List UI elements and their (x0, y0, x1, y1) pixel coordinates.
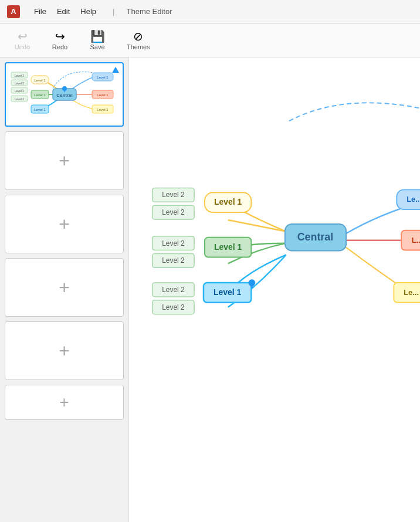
app-icon-label: A (11, 7, 16, 16)
selected-indicator (112, 67, 119, 73)
svg-text:Level 1: Level 1 (34, 79, 46, 82)
edit-menu[interactable]: Edit (52, 5, 74, 18)
save-button[interactable]: 💾 Save (84, 28, 110, 53)
svg-text:Level 2: Level 2 (162, 191, 185, 199)
svg-text:Level 2: Level 2 (162, 208, 185, 216)
add-theme-button-2[interactable]: + (5, 195, 124, 253)
svg-text:Level 1: Level 1 (214, 197, 242, 206)
save-label: Save (90, 43, 104, 50)
add-theme-button-5[interactable]: + (5, 385, 124, 420)
app-icon: A (7, 5, 20, 18)
left-panel: Central Level 1 Level 1 Level 1 Level 2 … (0, 57, 129, 522)
title-bar: A File Edit Help | Theme Editor (0, 0, 420, 23)
svg-text:Level 2: Level 2 (14, 82, 23, 85)
mini-mindmap: Central Level 1 Level 1 Level 1 Level 2 … (9, 65, 120, 124)
svg-text:Level 2: Level 2 (162, 286, 185, 294)
redo-icon: ↪ (55, 30, 65, 42)
theme-thumbnail-1[interactable]: Central Level 1 Level 1 Level 1 Level 2 … (5, 62, 124, 127)
save-icon: 💾 (90, 30, 105, 42)
menu-bar: File Edit Help (29, 5, 101, 18)
undo-label: Undo (15, 43, 30, 50)
svg-text:Level 1: Level 1 (97, 76, 109, 79)
svg-text:Central: Central (56, 93, 73, 98)
svg-text:Level 2: Level 2 (162, 239, 185, 248)
add-theme-button-3[interactable]: + (5, 258, 124, 317)
svg-text:Le...: Le... (407, 195, 420, 204)
svg-text:Level 1: Level 1 (97, 93, 109, 97)
add-icon-5: + (59, 393, 69, 412)
undo-button[interactable]: ↩ Undo (9, 28, 35, 53)
svg-text:Level 2: Level 2 (162, 303, 185, 311)
add-icon-3: + (59, 277, 70, 299)
file-menu[interactable]: File (29, 5, 51, 18)
svg-text:Level 1: Level 1 (214, 242, 242, 252)
svg-text:Level 1: Level 1 (97, 108, 109, 111)
redo-label: Redo (52, 43, 67, 50)
redo-button[interactable]: ↪ Redo (47, 28, 73, 53)
add-icon-1: + (59, 150, 70, 172)
svg-text:Level 1: Level 1 (34, 93, 46, 97)
editor-title: Theme Editor (127, 7, 172, 16)
svg-text:Level 2: Level 2 (14, 74, 23, 77)
svg-text:Level 1: Level 1 (214, 287, 241, 297)
add-icon-2: + (59, 213, 70, 235)
toolbar: ↩ Undo ↪ Redo 💾 Save ⊘ Themes (0, 23, 420, 57)
add-theme-button-1[interactable]: + (5, 131, 124, 190)
themes-label: Themes (127, 43, 150, 50)
help-menu[interactable]: Help (76, 5, 101, 18)
themes-button[interactable]: ⊘ Themes (122, 28, 155, 53)
svg-text:Level 2: Level 2 (14, 97, 23, 101)
main-area: Central Level 1 Level 1 Level 1 Level 2 … (0, 57, 420, 522)
canvas-area: Level 2 Level 2 Level 2 Level 2 Level 2 … (129, 57, 420, 522)
svg-text:Le...: Le... (404, 288, 419, 297)
svg-text:Level 2: Level 2 (14, 89, 23, 93)
undo-icon: ↩ (18, 30, 28, 42)
title-separator: | (110, 7, 117, 16)
svg-text:Level 1: Level 1 (34, 108, 46, 111)
svg-text:L...: L... (412, 236, 420, 245)
svg-text:Level 2: Level 2 (162, 256, 185, 265)
themes-icon: ⊘ (133, 30, 143, 42)
add-theme-button-4[interactable]: + (5, 321, 124, 380)
svg-text:Central: Central (297, 231, 333, 243)
add-icon-4: + (59, 340, 70, 362)
mindmap-canvas: Level 2 Level 2 Level 2 Level 2 Level 2 … (129, 57, 420, 522)
